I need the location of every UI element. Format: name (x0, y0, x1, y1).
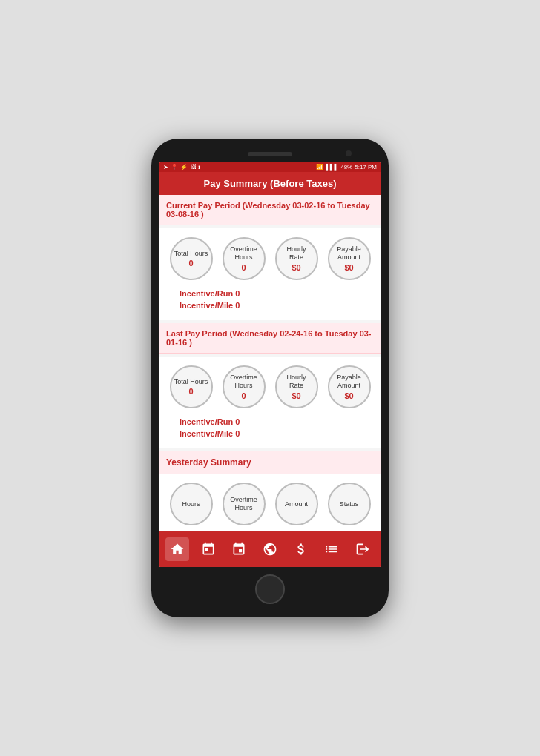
last-payable-value: $0 (344, 391, 353, 400)
current-incentive-run-value: 0 (235, 289, 240, 298)
yesterday-overtime-item: Overtime Hours (223, 483, 266, 525)
current-overtime-circle: Overtime Hours 0 (223, 237, 266, 280)
app-header: Pay Summary (Before Taxes) (159, 172, 381, 195)
current-incentive-run-label: Incentive/Run (180, 289, 233, 298)
nav-week-calendar-button[interactable] (197, 537, 220, 561)
current-hourly-rate-value: $0 (292, 263, 300, 272)
nav-list-button[interactable] (320, 537, 343, 561)
time-display: 5:17 PM (355, 164, 377, 170)
phone-top (159, 152, 381, 156)
last-total-hours-circle: Total Hours 0 (170, 365, 213, 408)
phone-screen: ➤ 📍 ⚡ 🖼 ℹ 📶 ▌▌▌ 48% 5:17 PM Pay Summary … (159, 162, 381, 567)
current-hourly-rate-circle: Hourly Rate $0 (275, 237, 318, 280)
bottom-nav (159, 531, 381, 567)
current-total-hours-item: Total Hours 0 (170, 237, 213, 280)
last-incentive-run-value: 0 (235, 417, 240, 426)
nav-globe-button[interactable] (258, 537, 282, 561)
yesterday-hours-label: Hours (179, 500, 202, 508)
last-incentive-mile-label: Incentive/Mile (180, 429, 233, 438)
nav-logout-button[interactable] (351, 537, 375, 561)
current-total-hours-label: Total Hours (171, 250, 211, 258)
yesterday-label: Yesterday Summary (166, 457, 251, 468)
last-incentive-mile-value: 0 (235, 429, 240, 438)
current-period-label: Current Pay Period (Wednesday 03-02-16 t… (166, 201, 370, 219)
current-incentive-mile-label: Incentive/Mile (180, 301, 233, 310)
status-left-icons: ➤ 📍 ⚡ 🖼 ℹ (163, 164, 200, 170)
last-incentive-mile-row: Incentive/Mile 0 (165, 428, 375, 440)
last-incentive-run-row: Incentive/Run 0 (165, 416, 375, 428)
last-hourly-rate-value: $0 (292, 391, 300, 400)
image-icon: 🖼 (190, 164, 196, 170)
current-total-hours-value: 0 (188, 259, 193, 268)
front-camera (346, 150, 352, 156)
app-title: Pay Summary (Before Taxes) (204, 178, 337, 189)
phone-device: ➤ 📍 ⚡ 🖼 ℹ 📶 ▌▌▌ 48% 5:17 PM Pay Summary … (151, 139, 389, 617)
last-payable-circle: Payable Amount $0 (328, 365, 371, 408)
battery-indicator: 48% (340, 164, 352, 170)
last-overtime-value: 0 (241, 391, 246, 400)
last-payable-label: Payable Amount (329, 374, 369, 390)
usb-icon: ⚡ (180, 164, 188, 170)
phone-bottom (159, 574, 381, 604)
current-hourly-rate-label: Hourly Rate (277, 245, 317, 262)
status-bar: ➤ 📍 ⚡ 🖼 ℹ 📶 ▌▌▌ 48% 5:17 PM (159, 162, 381, 172)
last-total-hours-value: 0 (188, 387, 193, 396)
current-overtime-label: Overtime Hours (224, 245, 264, 262)
last-incentive-run-label: Incentive/Run (180, 417, 233, 426)
nav-dollar-button[interactable] (289, 537, 313, 561)
current-payable-item: Payable Amount $0 (328, 237, 371, 280)
yesterday-card: Hours Overtime Hours Amount Status (159, 474, 381, 531)
current-incentive-run-row: Incentive/Run 0 (165, 288, 375, 299)
yesterday-amount-circle: Amount (275, 483, 318, 525)
last-total-hours-label: Total Hours (171, 378, 211, 386)
last-period-label: Last Pay Period (Wednesday 02-24-16 to T… (166, 329, 372, 347)
current-payable-circle: Payable Amount $0 (328, 237, 371, 280)
last-payable-item: Payable Amount $0 (328, 365, 371, 408)
last-hourly-rate-item: Hourly Rate $0 (275, 365, 318, 408)
yesterday-overtime-circle: Overtime Hours (223, 483, 266, 525)
last-overtime-label: Overtime Hours (224, 374, 264, 390)
yesterday-overtime-label: Overtime Hours (224, 496, 264, 512)
current-overtime-value: 0 (241, 263, 246, 272)
current-incentive-mile-value: 0 (235, 301, 240, 310)
yesterday-hours-circle: Hours (170, 483, 213, 525)
current-hourly-rate-item: Hourly Rate $0 (275, 237, 318, 280)
last-hourly-rate-circle: Hourly Rate $0 (275, 365, 318, 408)
current-incentive-mile-row: Incentive/Mile 0 (165, 299, 375, 311)
current-payable-value: $0 (344, 263, 353, 272)
current-overtime-item: Overtime Hours 0 (223, 237, 266, 280)
yesterday-amount-label: Amount (282, 500, 311, 508)
yesterday-amount-item: Amount (275, 483, 318, 525)
last-overtime-item: Overtime Hours 0 (223, 365, 266, 408)
nav-icon: ➤ (163, 164, 168, 170)
last-total-hours-item: Total Hours 0 (170, 365, 213, 408)
location-icon: 📍 (171, 164, 178, 170)
current-payable-label: Payable Amount (329, 245, 369, 262)
current-circles-row: Total Hours 0 Overtime Hours 0 Hourly Ra… (165, 237, 375, 280)
yesterday-hours-item: Hours (170, 483, 213, 525)
signal-icon: ▌▌▌ (326, 164, 338, 170)
current-period-header: Current Pay Period (Wednesday 03-02-16 t… (159, 195, 381, 225)
speaker (248, 152, 292, 156)
yesterday-status-circle: Status (328, 483, 371, 525)
yesterday-status-label: Status (337, 500, 362, 508)
current-total-hours-circle: Total Hours 0 (170, 237, 213, 280)
home-button[interactable] (255, 574, 285, 604)
yesterday-status-item: Status (328, 483, 371, 525)
wifi-icon: 📶 (316, 164, 323, 170)
last-hourly-rate-label: Hourly Rate (277, 374, 317, 390)
last-period-card: Total Hours 0 Overtime Hours 0 Hourly Ra… (159, 357, 381, 448)
last-circles-row: Total Hours 0 Overtime Hours 0 Hourly Ra… (165, 365, 375, 408)
last-period-header: Last Pay Period (Wednesday 02-24-16 to T… (159, 323, 381, 354)
last-overtime-circle: Overtime Hours 0 (223, 365, 266, 408)
status-right-icons: 📶 ▌▌▌ 48% 5:17 PM (316, 164, 377, 170)
nav-day-calendar-button[interactable] (227, 537, 251, 561)
current-period-card: Total Hours 0 Overtime Hours 0 Hourly Ra… (159, 228, 381, 320)
yesterday-header: Yesterday Summary (159, 451, 381, 474)
info-icon: ℹ (198, 164, 200, 170)
nav-home-button[interactable] (165, 537, 189, 561)
